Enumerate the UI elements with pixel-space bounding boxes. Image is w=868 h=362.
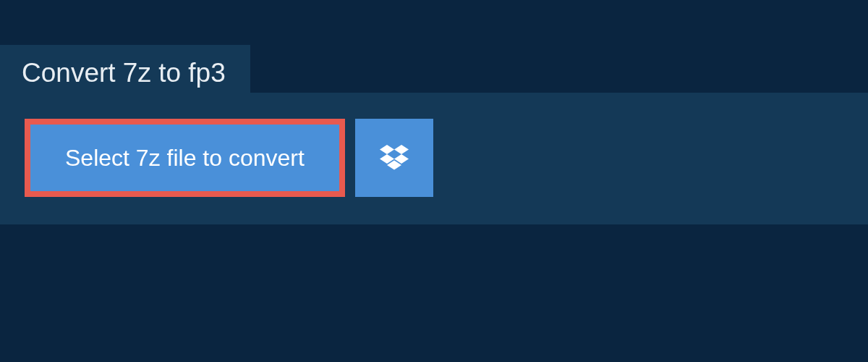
tab-title: Convert 7z to fp3 — [22, 58, 226, 88]
select-file-button[interactable]: Select 7z file to convert — [25, 119, 345, 197]
button-row: Select 7z file to convert — [25, 119, 843, 197]
converter-panel: Select 7z file to convert — [0, 93, 868, 224]
select-file-label: Select 7z file to convert — [65, 145, 305, 172]
dropbox-button[interactable] — [355, 119, 433, 197]
dropbox-icon — [380, 145, 409, 171]
